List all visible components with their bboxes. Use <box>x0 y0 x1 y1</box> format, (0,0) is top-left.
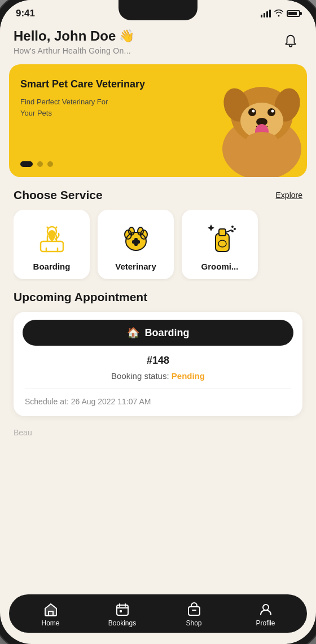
svg-rect-33 <box>117 605 128 615</box>
appointment-details: #148 Booking status: Pending Schedule at… <box>14 346 302 416</box>
battery-icon <box>287 10 300 17</box>
service-card-veterinary[interactable]: Veterinary <box>98 210 174 279</box>
svg-point-7 <box>252 110 255 113</box>
home-icon <box>43 602 58 617</box>
appointment-card: 🏠 Boarding #148 Booking status: Pending … <box>14 312 302 416</box>
appointment-section: Upcoming Appointment 🏠 Boarding #148 Boo… <box>0 290 316 427</box>
promo-banner[interactable]: Smart Pet Care Veterinary Find Perfect V… <box>9 64 307 177</box>
nav-item-bookings[interactable]: Bookings <box>106 602 139 627</box>
services-header: Choose Service Explore <box>14 188 302 202</box>
services-row: Boarding <box>14 210 302 281</box>
nav-item-profile[interactable]: Profile <box>249 602 283 627</box>
bookings-nav-label: Bookings <box>108 619 136 627</box>
grooming-icon <box>203 221 237 255</box>
boarding-nav-icon: 🏠 <box>127 327 139 339</box>
services-section: Choose Service Explore <box>0 188 316 290</box>
greeting-text: Hello, John Doe <box>14 28 116 44</box>
nav-item-shop[interactable]: Shop <box>177 602 211 627</box>
shop-icon <box>187 602 201 617</box>
greeting: Hello, John Doe 👋 <box>14 28 134 44</box>
banner-dot-2[interactable] <box>37 161 43 167</box>
wave-emoji: 👋 <box>119 29 134 43</box>
veterinary-label: Veterinary <box>115 262 156 271</box>
service-card-grooming[interactable]: Groomi... <box>182 210 258 279</box>
appointment-status-row: Booking status: Pending <box>25 371 291 381</box>
banner-title: Smart Pet Care Veterinary <box>20 78 186 91</box>
appointment-type-pill[interactable]: 🏠 Boarding <box>23 320 293 346</box>
boarding-label: Boarding <box>33 262 71 271</box>
appointment-type-label: Boarding <box>145 327 190 339</box>
home-nav-label: Home <box>41 619 59 627</box>
header-left: Hello, John Doe 👋 How's Arthur Health Go… <box>14 28 134 55</box>
svg-rect-28 <box>219 229 226 236</box>
wifi-icon <box>274 9 283 19</box>
explore-link[interactable]: Explore <box>276 191 302 200</box>
svg-rect-35 <box>188 607 200 615</box>
profile-nav-label: Profile <box>256 619 275 627</box>
svg-point-31 <box>231 230 234 232</box>
veterinary-icon <box>119 221 153 255</box>
appt-pill-wrapper: 🏠 Boarding <box>14 312 302 346</box>
svg-rect-34 <box>120 610 122 612</box>
calendar-icon <box>115 602 130 617</box>
svg-rect-12 <box>41 241 63 252</box>
signal-icon <box>261 10 271 17</box>
boarding-icon <box>35 221 69 255</box>
bottom-nav: Home Bookings Shop Profile <box>9 594 307 633</box>
bell-icon <box>283 34 298 48</box>
status-value: Pending <box>172 371 205 381</box>
banner-content: Smart Pet Care Veterinary Find Perfect V… <box>20 78 186 118</box>
notch <box>118 0 198 20</box>
svg-point-6 <box>267 108 275 116</box>
person-icon <box>258 602 273 617</box>
phone-frame: 9:41 Hello, John Doe 👋 How' <box>0 0 316 644</box>
services-title: Choose Service <box>14 188 103 202</box>
banner-dog-image <box>194 64 307 177</box>
svg-point-30 <box>234 228 236 230</box>
partial-name: Beau <box>14 428 32 437</box>
appointment-title: Upcoming Appointment <box>14 290 302 304</box>
svg-point-29 <box>231 226 234 228</box>
schedule-text: Schedule at: 26 Aug 2022 11:07 AM <box>25 397 291 406</box>
notification-bell-button[interactable] <box>279 29 302 53</box>
partial-content: Beau <box>0 427 316 438</box>
service-card-boarding[interactable]: Boarding <box>14 210 90 279</box>
grooming-label: Groomi... <box>201 262 239 271</box>
svg-point-11 <box>246 132 278 149</box>
status-icons <box>261 9 300 19</box>
banner-dot-1[interactable] <box>20 161 33 167</box>
shop-nav-label: Shop <box>186 619 201 627</box>
banner-subtitle: Find Perfect Veterinary ForYour Pets <box>20 96 186 118</box>
banner-dot-3[interactable] <box>47 161 53 167</box>
svg-point-8 <box>271 110 274 113</box>
banner-indicators <box>20 161 53 167</box>
header: Hello, John Doe 👋 How's Arthur Health Go… <box>0 24 316 64</box>
divider <box>25 389 291 389</box>
status-label: Booking status: <box>111 371 169 381</box>
svg-rect-21 <box>132 240 140 244</box>
status-time: 9:41 <box>16 8 35 19</box>
nav-item-home[interactable]: Home <box>34 602 68 627</box>
appointment-number: #148 <box>25 355 291 367</box>
subgreeting: How's Arthur Health Going On... <box>14 46 134 55</box>
svg-point-36 <box>263 605 269 610</box>
svg-point-5 <box>248 108 256 116</box>
